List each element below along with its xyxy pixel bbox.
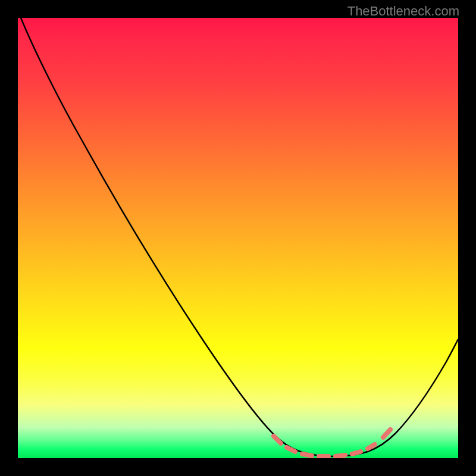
curve-layer [18, 18, 458, 458]
svg-line-7 [383, 430, 390, 437]
optimal-range-markers [274, 430, 390, 456]
plot-area [18, 18, 458, 458]
svg-line-2 [302, 454, 312, 456]
chart-container: TheBottleneck.com [0, 0, 476, 476]
watermark-text: TheBottleneck.com [347, 4, 459, 19]
svg-line-5 [352, 452, 361, 454]
svg-line-1 [287, 447, 295, 452]
svg-line-0 [274, 436, 281, 443]
svg-line-4 [336, 455, 345, 456]
bottleneck-curve-line [21, 18, 458, 456]
svg-line-6 [368, 444, 375, 449]
